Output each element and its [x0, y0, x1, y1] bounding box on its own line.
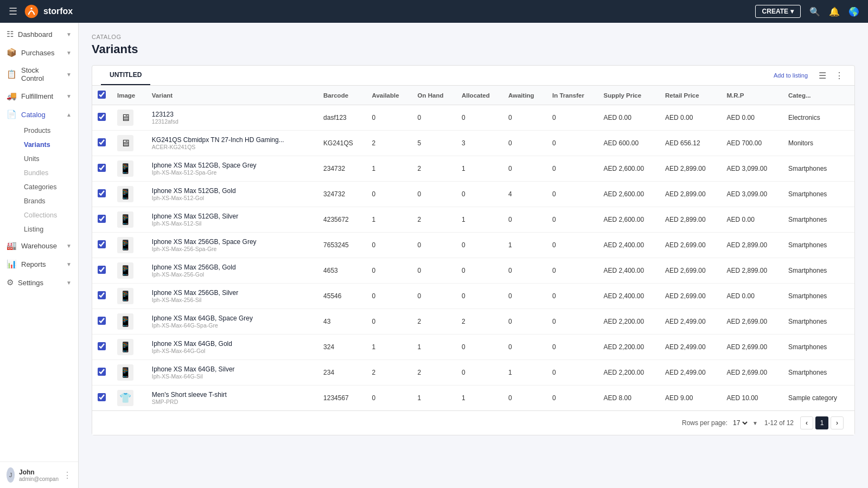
sidebar-item-dashboard[interactable]: ☷ Dashboard ▼: [0, 25, 78, 43]
supply-price-5: AED 2,400.00: [598, 233, 660, 258]
on-hand-0: 0: [412, 105, 456, 131]
sidebar-item-stock-control[interactable]: 📋 Stock Control ▼: [0, 62, 78, 87]
col-supply-price: Supply Price: [598, 86, 660, 105]
col-mrp: M.R.P: [722, 86, 783, 105]
globe-icon[interactable]: 🌎: [848, 7, 859, 17]
on-hand-7: 0: [412, 284, 456, 309]
barcode-3: 324732: [318, 182, 367, 207]
table-row: 📱 Iphone XS Max 512GB, Silver Iph-XS-Max…: [92, 207, 854, 233]
allocated-10: 0: [456, 360, 503, 386]
main-content: CATALOG Variants UNTITLED Add to listing…: [79, 23, 868, 488]
sidebar-item-fulfillment[interactable]: 🚚 Fulfillment ▼: [0, 87, 78, 105]
on-hand-4: 2: [412, 207, 456, 233]
row-checkbox-1[interactable]: [98, 138, 106, 146]
row-checkbox-0[interactable]: [98, 113, 106, 121]
row-checkbox-2[interactable]: [98, 164, 106, 172]
sidebar-subitem-products[interactable]: Products: [20, 124, 78, 138]
search-icon[interactable]: 🔍: [809, 7, 820, 17]
select-all-checkbox[interactable]: [98, 91, 106, 99]
variant-name-6: Iphone XS Max 256GB, Gold: [152, 264, 312, 271]
sidebar-item-purchases[interactable]: 📦 Purchases ▼: [0, 43, 78, 62]
barcode-10: 234: [318, 360, 367, 386]
supply-price-9: AED 2,200.00: [598, 335, 660, 360]
on-hand-6: 0: [412, 258, 456, 284]
top-navigation: ☰ storfox CREATE ▾ 🔍 🔔 🌎: [0, 0, 868, 23]
sidebar-item-settings[interactable]: ⚙ Settings ▼: [0, 273, 78, 292]
next-page-button[interactable]: ›: [831, 416, 844, 429]
available-7: 0: [367, 284, 412, 309]
mrp-9: AED 2,699.00: [722, 335, 783, 360]
sidebar-item-catalog[interactable]: 📄 Catalog ▲: [0, 105, 78, 124]
more-options-icon[interactable]: ⋮: [833, 68, 846, 83]
allocated-7: 0: [456, 284, 503, 309]
in-transfer-10: 0: [547, 360, 598, 386]
sidebar-subitem-categories[interactable]: Categories: [20, 180, 78, 194]
category-0: Electronics: [783, 105, 854, 131]
row-checkbox-9[interactable]: [98, 342, 106, 350]
variant-image-6: 📱: [117, 262, 133, 279]
sidebar-subitem-brands[interactable]: Brands: [20, 194, 78, 208]
col-allocated: Allocated: [456, 86, 503, 105]
row-checkbox-3[interactable]: [98, 189, 106, 197]
dashboard-icon: ☷: [7, 29, 14, 39]
variant-image-9: 📱: [117, 339, 133, 355]
tab-untitled[interactable]: UNTITLED: [101, 66, 150, 85]
available-9: 1: [367, 335, 412, 360]
on-hand-9: 1: [412, 335, 456, 360]
mrp-4: AED 0.00: [722, 207, 783, 233]
allocated-6: 0: [456, 258, 503, 284]
prev-page-button[interactable]: ‹: [800, 416, 813, 429]
row-checkbox-11[interactable]: [98, 393, 106, 401]
variant-image-2: 📱: [117, 160, 133, 177]
tab-actions: Add to listing ☰ ⋮: [774, 68, 846, 83]
allocated-8: 2: [456, 309, 503, 335]
awaiting-6: 0: [503, 258, 547, 284]
table-row: 📱 Iphone XS Max 64GB, Space Grey Iph-XS-…: [92, 309, 854, 335]
row-checkbox-4[interactable]: [98, 215, 106, 223]
catalog-arrow: ▲: [66, 112, 72, 118]
category-9: Smartphones: [783, 335, 854, 360]
retail-price-3: AED 2,899.00: [660, 182, 722, 207]
row-checkbox-6[interactable]: [98, 266, 106, 274]
notification-icon[interactable]: 🔔: [829, 7, 840, 17]
row-checkbox-8[interactable]: [98, 317, 106, 325]
purchases-icon: 📦: [7, 48, 17, 57]
row-checkbox-10[interactable]: [98, 368, 106, 376]
barcode-7: 45546: [318, 284, 367, 309]
awaiting-9: 0: [503, 335, 547, 360]
retail-price-6: AED 2,699.00: [660, 258, 722, 284]
supply-price-10: AED 2,200.00: [598, 360, 660, 386]
create-button[interactable]: CREATE ▾: [755, 5, 801, 18]
allocated-3: 0: [456, 182, 503, 207]
barcode-11: 1234567: [318, 386, 367, 411]
user-more-icon[interactable]: ⋮: [63, 470, 72, 480]
variant-name-11: Men's Short sleeve T-shirt: [152, 391, 312, 399]
col-variant: Variant: [146, 86, 318, 105]
current-page[interactable]: 1: [815, 416, 828, 429]
pagination-bar: Rows per page: 17 25 50 ▼ 1-12 of 12 ‹ 1…: [92, 410, 854, 435]
category-4: Smartphones: [783, 207, 854, 233]
supply-price-3: AED 2,600.00: [598, 182, 660, 207]
awaiting-5: 1: [503, 233, 547, 258]
supply-price-11: AED 8.00: [598, 386, 660, 411]
mrp-2: AED 3,099.00: [722, 156, 783, 182]
sidebar-item-reports[interactable]: 📊 Reports ▼: [0, 255, 78, 273]
row-checkbox-7[interactable]: [98, 291, 106, 299]
in-transfer-8: 0: [547, 309, 598, 335]
sidebar-subitem-units[interactable]: Units: [20, 152, 78, 166]
filter-icon[interactable]: ☰: [816, 68, 828, 83]
col-on-hand: On Hand: [412, 86, 456, 105]
add-listing-link[interactable]: Add to listing: [774, 72, 808, 79]
in-transfer-2: 0: [547, 156, 598, 182]
rows-dropdown-arrow: ▼: [752, 420, 758, 426]
hamburger-icon[interactable]: ☰: [9, 5, 17, 17]
user-name: John: [19, 468, 59, 476]
table-row: 📱 Iphone XS Max 64GB, Gold Iph-XS-Max-64…: [92, 335, 854, 360]
row-checkbox-5[interactable]: [98, 240, 106, 248]
mrp-3: AED 3,099.00: [722, 182, 783, 207]
sidebar-subitem-variants[interactable]: Variants: [20, 138, 78, 152]
sidebar-item-warehouse[interactable]: 🏭 Warehouse ▼: [0, 236, 78, 255]
rows-per-page-select[interactable]: 17 25 50: [731, 419, 749, 427]
sidebar-subitem-listing[interactable]: Listing: [20, 222, 78, 236]
allocated-0: 0: [456, 105, 503, 131]
